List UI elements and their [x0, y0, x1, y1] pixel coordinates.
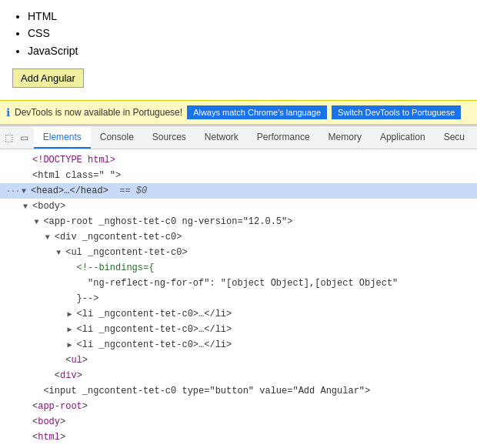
- tab-console[interactable]: Console: [91, 127, 143, 149]
- device-icon[interactable]: ▭: [18, 130, 31, 145]
- expand-arrow[interactable]: [45, 232, 55, 243]
- list-item-js: JavaScript: [28, 42, 465, 59]
- code-line: <body>: [0, 414, 477, 430]
- notification-text: DevTools is now available in Portuguese!: [15, 107, 182, 118]
- top-area: HTML CSS JavaScript Add Angular: [0, 0, 477, 100]
- list-item-css: CSS: [28, 25, 465, 42]
- code-line: <html class=" ">: [0, 168, 477, 183]
- code-line: <ul>: [0, 353, 477, 368]
- code-line: <li _ngcontent-tet-c0>…</li>: [0, 322, 477, 337]
- tab-security[interactable]: Secu: [435, 127, 474, 149]
- code-line: ···<head>…</head> == $0: [0, 183, 477, 199]
- switch-portuguese-button[interactable]: Switch DevTools to Portuguese: [332, 105, 461, 119]
- code-line: <li _ngcontent-tet-c0>…</li>: [0, 337, 477, 353]
- collapse-arrow[interactable]: [68, 339, 77, 351]
- tab-memory[interactable]: Memory: [319, 127, 371, 149]
- code-line: <app-root>: [0, 399, 477, 414]
- devtools-notification-bar: ℹ DevTools is now available in Portugues…: [0, 100, 477, 125]
- code-line: <div>: [0, 368, 477, 383]
- expand-arrow[interactable]: [34, 216, 43, 228]
- tab-elements[interactable]: Elements: [34, 127, 91, 149]
- code-line: "ng-reflect-ng-for-of": "[object Object]…: [0, 276, 477, 291]
- expand-arrow[interactable]: [56, 247, 65, 259]
- code-line: <body>: [0, 199, 477, 214]
- code-line: <input _ngcontent-tet-c0 type="button" v…: [0, 383, 477, 399]
- devtools-tabs-bar: ⬚ ▭ Elements Console Sources Network Per…: [0, 126, 477, 149]
- code-line: <!DOCTYPE html>: [0, 152, 477, 168]
- code-line: <div _ngcontent-tet-c0>: [0, 229, 477, 245]
- tab-application[interactable]: Application: [371, 127, 435, 149]
- code-line: }-->: [0, 291, 477, 306]
- devtools-code-panel: <!DOCTYPE html><html class=" ">···<head>…: [0, 149, 477, 448]
- tab-sources[interactable]: Sources: [143, 127, 195, 149]
- devtools-panel: ⬚ ▭ Elements Console Sources Network Per…: [0, 125, 477, 448]
- pin-icon: ···: [6, 186, 20, 197]
- dollar-zero: == $0: [108, 184, 147, 198]
- cursor-icon[interactable]: ⬚: [3, 130, 15, 145]
- code-line: <ul _ngcontent-tet-c0>: [0, 245, 477, 260]
- code-line: <li _ngcontent-tet-c0>…</li>: [0, 306, 477, 322]
- expand-arrow[interactable]: [22, 186, 31, 197]
- code-line: <html>: [0, 430, 477, 445]
- feature-list: HTML CSS JavaScript: [12, 8, 465, 59]
- code-line: <app-root _nghost-tet-c0 ng-version="12.…: [0, 214, 477, 229]
- tab-network[interactable]: Network: [195, 127, 248, 149]
- add-angular-button[interactable]: Add Angular: [12, 69, 84, 88]
- collapse-arrow[interactable]: [68, 309, 77, 320]
- tab-performance[interactable]: Performance: [248, 127, 319, 149]
- info-icon: ℹ: [6, 106, 10, 119]
- code-line: <!--bindings={: [0, 260, 477, 276]
- match-language-button[interactable]: Always match Chrome's language: [187, 105, 327, 119]
- list-item-html: HTML: [28, 8, 465, 25]
- collapse-arrow[interactable]: [68, 324, 77, 336]
- expand-arrow[interactable]: [23, 201, 32, 212]
